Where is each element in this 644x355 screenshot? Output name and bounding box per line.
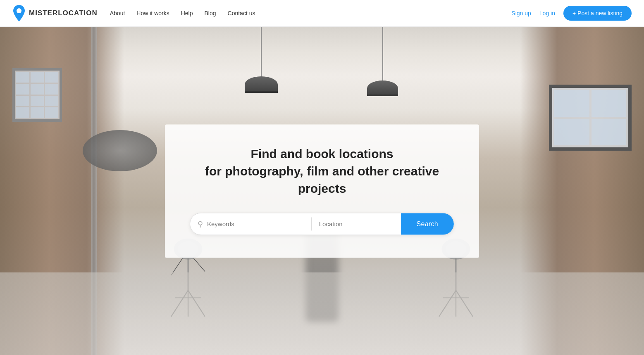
keywords-input[interactable] <box>207 220 304 227</box>
search-location-section <box>312 220 401 227</box>
search-overlay: Find and book locations for photography,… <box>165 124 479 258</box>
duct-decoration <box>83 130 157 171</box>
nav-blog[interactable]: Blog <box>205 10 216 17</box>
lamp-left <box>245 27 278 93</box>
nav-links: About How it works Help Blog Contact us <box>110 9 255 17</box>
hero-title: Find and book locations for photography,… <box>190 145 454 197</box>
svg-point-0 <box>17 8 21 13</box>
nav-contact[interactable]: Contact us <box>228 10 255 17</box>
navbar: MISTERLOCATION About How it works Help B… <box>0 0 644 27</box>
logo-pin-icon <box>12 5 26 21</box>
location-input[interactable] <box>319 220 394 227</box>
logo-text: MISTERLOCATION <box>29 9 98 17</box>
sign-up-link[interactable]: Sign up <box>511 10 531 17</box>
nav-right: Sign up Log in + Post a new listing <box>511 6 632 21</box>
search-bar: ⚲ Search <box>190 213 454 235</box>
post-listing-button[interactable]: + Post a new listing <box>563 6 632 21</box>
lamp-right <box>367 27 398 96</box>
hero-background: Find and book locations for photography,… <box>0 27 644 355</box>
window-left <box>12 68 62 122</box>
nav-how-it-works[interactable]: How it works <box>136 10 169 17</box>
search-icon: ⚲ <box>198 219 203 228</box>
floor <box>0 272 644 355</box>
nav-about[interactable]: About <box>110 10 125 17</box>
log-in-link[interactable]: Log in <box>539 10 555 17</box>
logo[interactable]: MISTERLOCATION <box>12 5 98 21</box>
search-keywords-section: ⚲ <box>190 219 311 228</box>
hero-section: Find and book locations for photography,… <box>0 27 644 355</box>
nav-help[interactable]: Help <box>181 10 193 17</box>
svg-line-9 <box>194 258 205 272</box>
search-button[interactable]: Search <box>401 213 454 235</box>
window-right <box>549 85 632 151</box>
